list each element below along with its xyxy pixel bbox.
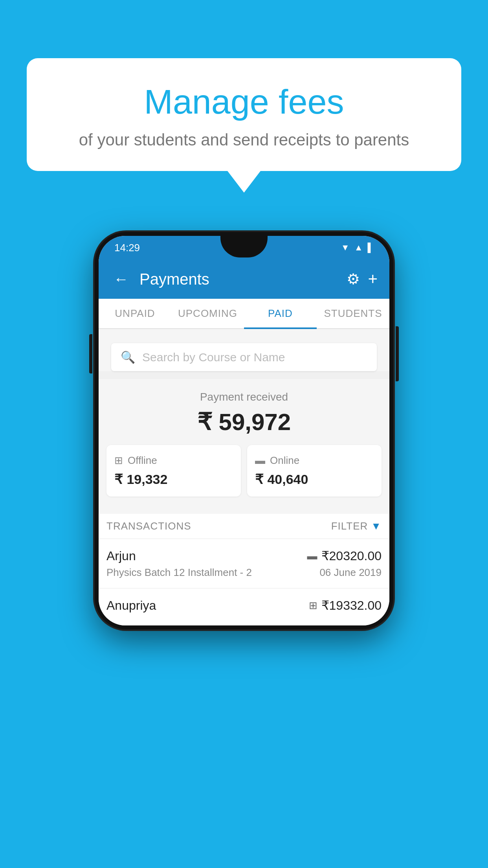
filter-icon: ▼ xyxy=(371,520,382,532)
online-amount: ₹ 40,640 xyxy=(255,471,374,487)
transaction-amount: ₹19332.00 xyxy=(321,598,382,613)
tab-students[interactable]: STUDENTS xyxy=(317,299,389,328)
phone: 14:29 ▼ ▲ ▌ ← Payments ⚙ + UNPAID UPCO xyxy=(95,232,393,629)
page-title: Payments xyxy=(139,270,339,288)
offline-amount: ₹ 19,332 xyxy=(114,471,233,487)
search-bar[interactable]: 🔍 Search by Course or Name xyxy=(111,343,377,371)
offline-card-header: ⊞ Offline xyxy=(114,454,233,467)
transaction-amount-wrapper: ⊞ ₹19332.00 xyxy=(309,598,382,613)
filter-label: FILTER xyxy=(331,520,368,532)
transaction-item[interactable]: Arjun ▬ ₹20320.00 Physics Batch 12 Insta… xyxy=(99,539,389,588)
payment-cards: ⊞ Offline ₹ 19,332 ▬ Online ₹ 40,640 xyxy=(106,445,382,506)
speech-bubble: Manage fees of your students and send re… xyxy=(27,58,461,171)
speech-bubble-title: Manage fees xyxy=(46,82,442,122)
tab-paid[interactable]: PAID xyxy=(244,299,317,328)
signal-icon: ▲ xyxy=(354,243,363,253)
back-button[interactable]: ← xyxy=(110,268,132,291)
notch xyxy=(220,236,268,257)
transaction-amount-wrapper: ▬ ₹20320.00 xyxy=(307,548,382,563)
payment-summary: Payment received ₹ 59,972 ⊞ Offline ₹ 19… xyxy=(99,379,389,514)
phone-wrapper: 14:29 ▼ ▲ ▌ ← Payments ⚙ + UNPAID UPCO xyxy=(95,232,393,629)
transaction-item[interactable]: Anupriya ⊞ ₹19332.00 xyxy=(99,588,389,625)
filter-button[interactable]: FILTER ▼ xyxy=(331,520,382,532)
offline-icon: ⊞ xyxy=(114,454,123,467)
status-icons: ▼ ▲ ▌ xyxy=(341,243,374,253)
speech-bubble-tail xyxy=(227,171,261,193)
transaction-row-top: Anupriya ⊞ ₹19332.00 xyxy=(106,598,382,613)
gear-icon[interactable]: ⚙ xyxy=(347,270,360,288)
transaction-name: Anupriya xyxy=(106,598,156,613)
app-bar-actions: ⚙ + xyxy=(347,270,378,289)
online-label: Online xyxy=(270,454,299,467)
add-icon[interactable]: + xyxy=(368,270,378,289)
payment-received-amount: ₹ 59,972 xyxy=(106,408,382,436)
wifi-icon: ▼ xyxy=(341,243,350,253)
transaction-course: Physics Batch 12 Installment - 2 xyxy=(106,566,252,579)
tab-upcoming[interactable]: UPCOMING xyxy=(171,299,244,328)
offline-label: Offline xyxy=(128,454,157,467)
offline-card: ⊞ Offline ₹ 19,332 xyxy=(106,445,241,497)
battery-icon: ▌ xyxy=(367,243,374,253)
status-bar: 14:29 ▼ ▲ ▌ xyxy=(99,236,389,259)
status-time: 14:29 xyxy=(114,242,140,254)
transaction-name: Arjun xyxy=(106,549,136,563)
card-payment-icon: ▬ xyxy=(307,550,317,562)
card-icon: ▬ xyxy=(255,454,265,467)
offline-payment-icon: ⊞ xyxy=(309,600,317,612)
transaction-row-bottom: Physics Batch 12 Installment - 2 06 June… xyxy=(106,566,382,579)
transactions-header: TRANSACTIONS FILTER ▼ xyxy=(99,514,389,539)
transaction-row-top: Arjun ▬ ₹20320.00 xyxy=(106,548,382,563)
search-placeholder: Search by Course or Name xyxy=(142,351,285,364)
tabs: UNPAID UPCOMING PAID STUDENTS xyxy=(99,299,389,329)
search-icon: 🔍 xyxy=(121,350,135,364)
online-card-header: ▬ Online xyxy=(255,454,374,467)
payment-received-label: Payment received xyxy=(106,391,382,403)
tab-unpaid[interactable]: UNPAID xyxy=(99,299,171,328)
transactions-label: TRANSACTIONS xyxy=(106,520,191,532)
speech-bubble-subtitle: of your students and send receipts to pa… xyxy=(46,131,442,149)
app-bar: ← Payments ⚙ + xyxy=(99,259,389,299)
phone-screen: 14:29 ▼ ▲ ▌ ← Payments ⚙ + UNPAID UPCO xyxy=(99,236,389,625)
speech-bubble-wrapper: Manage fees of your students and send re… xyxy=(27,58,461,193)
online-card: ▬ Online ₹ 40,640 xyxy=(247,445,382,497)
transaction-date: 06 June 2019 xyxy=(319,566,382,579)
transaction-amount: ₹20320.00 xyxy=(321,548,382,563)
